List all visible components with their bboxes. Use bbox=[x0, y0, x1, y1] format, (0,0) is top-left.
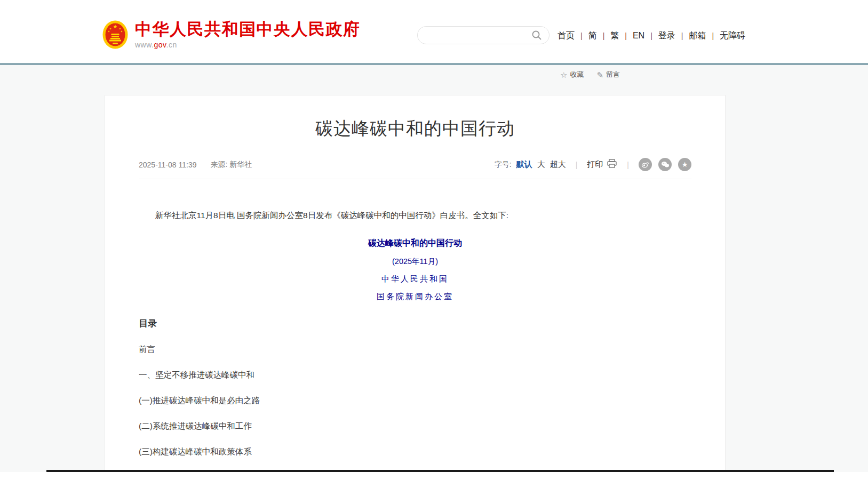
site-header: 中华人民共和国中央人民政府 www.gov.cn 首页 | 简 | 繁 | EN… bbox=[0, 0, 868, 65]
share-icons: ★ bbox=[639, 158, 691, 171]
site-url: www.gov.cn bbox=[135, 41, 361, 49]
toc-item-1-1: (一)推进碳达峰碳中和是必由之路 bbox=[139, 395, 691, 406]
comment-label: 留言 bbox=[606, 70, 620, 79]
viewport-bottom-margin bbox=[0, 472, 868, 488]
search-icon[interactable] bbox=[531, 29, 543, 41]
doc-org-line2: 国务院新闻办公室 bbox=[139, 292, 691, 302]
meta-left: 2025-11-08 11:39 来源: 新华社 bbox=[139, 160, 252, 170]
toc-item-1: 一、坚定不移推进碳达峰碳中和 bbox=[139, 370, 691, 381]
nav-separator: | bbox=[625, 31, 627, 40]
site-title: 中华人民共和国中央人民政府 bbox=[135, 20, 361, 39]
logo-text: 中华人民共和国中央人民政府 www.gov.cn bbox=[135, 20, 361, 49]
nav-separator: | bbox=[681, 31, 683, 40]
nav-item-traditional[interactable]: 繁 bbox=[610, 30, 619, 42]
article-date: 2025-11-08 11:39 bbox=[139, 161, 196, 169]
fontsize-option-xlarge[interactable]: 超大 bbox=[550, 159, 566, 170]
doc-org-line1: 中华人民共和国 bbox=[139, 274, 691, 284]
weibo-share-icon[interactable] bbox=[639, 158, 652, 171]
site-logo[interactable]: 中华人民共和国中央人民政府 www.gov.cn bbox=[102, 20, 361, 52]
national-emblem-icon bbox=[102, 20, 128, 52]
favorite-button[interactable]: ☆ 收藏 bbox=[560, 70, 584, 79]
toc-heading: 目录 bbox=[139, 317, 691, 330]
search-input[interactable] bbox=[427, 31, 531, 39]
nav-item-english[interactable]: EN bbox=[633, 31, 644, 41]
doc-title: 碳达峰碳中和的中国行动 bbox=[139, 238, 691, 249]
nav-item-login[interactable]: 登录 bbox=[658, 30, 675, 42]
nav-item-simplified[interactable]: 简 bbox=[588, 30, 597, 42]
page: 中华人民共和国中央人民政府 www.gov.cn 首页 | 简 | 繁 | EN… bbox=[0, 0, 868, 488]
article-card: 碳达峰碳中和的中国行动 2025-11-08 11:39 来源: 新华社 字号:… bbox=[105, 95, 726, 488]
pencil-icon: ✎ bbox=[596, 71, 603, 79]
qzone-share-icon[interactable]: ★ bbox=[678, 158, 691, 171]
doc-date: (2025年11月) bbox=[139, 257, 691, 267]
fontsize-option-large[interactable]: 大 bbox=[537, 159, 545, 170]
fontsize-option-default[interactable]: 默认 bbox=[516, 159, 532, 170]
search-box bbox=[417, 26, 550, 44]
wechat-share-icon[interactable] bbox=[658, 158, 672, 171]
nav-separator: | bbox=[580, 31, 583, 40]
toc-item-preface: 前言 bbox=[139, 344, 691, 355]
article-title: 碳达峰碳中和的中国行动 bbox=[139, 117, 691, 141]
toc-item-1-3: (三)构建碳达峰碳中和政策体系 bbox=[139, 446, 691, 458]
print-button[interactable]: 打印 bbox=[587, 159, 617, 170]
nav-item-home[interactable]: 首页 bbox=[558, 30, 575, 42]
print-label: 打印 bbox=[587, 159, 603, 170]
favorite-label: 收藏 bbox=[570, 70, 584, 79]
fontsize-label: 字号: bbox=[495, 160, 512, 170]
article-meta-row: 2025-11-08 11:39 来源: 新华社 字号: 默认 大 超大 | 打… bbox=[139, 158, 691, 179]
nav-separator: | bbox=[603, 31, 605, 40]
comment-button[interactable]: ✎ 留言 bbox=[596, 70, 620, 79]
meta-separator: | bbox=[576, 161, 578, 169]
article-lead-paragraph: 新华社北京11月8日电 国务院新闻办公室8日发布《碳达峰碳中和的中国行动》白皮书… bbox=[139, 209, 691, 222]
meta-separator: | bbox=[627, 161, 629, 169]
printer-icon bbox=[607, 159, 617, 170]
toc-item-1-2: (二)系统推进碳达峰碳中和工作 bbox=[139, 421, 691, 432]
article-body: 新华社北京11月8日电 国务院新闻办公室8日发布《碳达峰碳中和的中国行动》白皮书… bbox=[139, 209, 691, 488]
meta-right: 字号: 默认 大 超大 | 打印 | bbox=[495, 158, 691, 171]
nav-item-accessibility[interactable]: 无障碍 bbox=[720, 30, 745, 42]
article-source: 来源: 新华社 bbox=[210, 160, 252, 170]
top-nav: 首页 | 简 | 繁 | EN | 登录 | 邮箱 | 无障碍 bbox=[558, 29, 745, 43]
article-action-row: ☆ 收藏 ✎ 留言 bbox=[560, 70, 620, 79]
nav-item-mail[interactable]: 邮箱 bbox=[689, 30, 706, 42]
nav-separator: | bbox=[650, 31, 652, 40]
nav-separator: | bbox=[712, 31, 714, 40]
star-outline-icon: ☆ bbox=[560, 71, 567, 79]
